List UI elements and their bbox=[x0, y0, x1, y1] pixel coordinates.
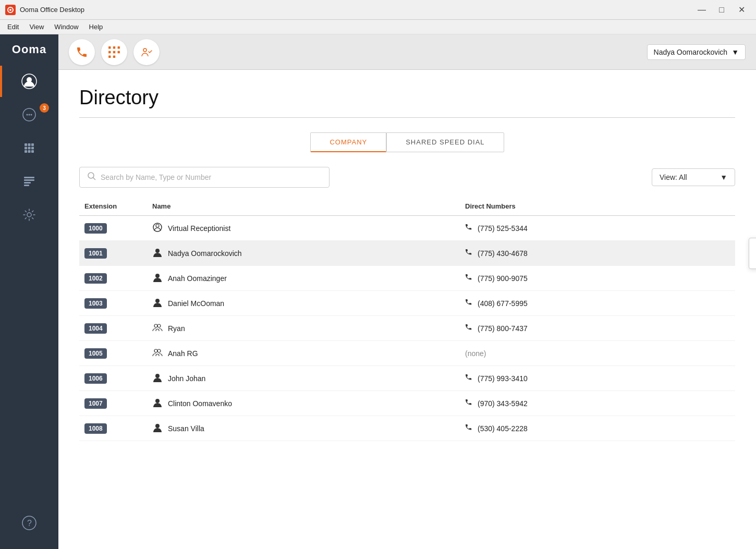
history-icon bbox=[21, 173, 38, 190]
svg-rect-20 bbox=[24, 185, 29, 186]
svg-rect-26 bbox=[118, 46, 120, 48]
svg-rect-12 bbox=[28, 147, 31, 150]
sidebar-item-history[interactable] bbox=[0, 166, 58, 197]
dialpad-toolbar-button[interactable] bbox=[101, 39, 127, 65]
name-cell: Susan Villa bbox=[152, 422, 455, 434]
phone-number: (408) 677-5995 bbox=[478, 299, 528, 308]
name-cell: Anah RG bbox=[152, 347, 455, 359]
extension-badge: 1007 bbox=[84, 398, 107, 409]
contact-name: Susan Villa bbox=[168, 424, 204, 433]
header-extension: Extension bbox=[79, 198, 147, 216]
cell-name: Anah Oomazinger bbox=[147, 266, 460, 291]
view-dropdown-label: View: All bbox=[660, 173, 687, 181]
search-input[interactable] bbox=[101, 173, 322, 181]
sidebar-item-dialpad[interactable] bbox=[0, 132, 58, 164]
svg-point-40 bbox=[157, 324, 161, 327]
contact-name: John Johan bbox=[168, 374, 205, 383]
directory-page: Directory COMPANY SHARED SPEED DIAL bbox=[58, 70, 756, 549]
tab-shared-speed-dial[interactable]: SHARED SPEED DIAL bbox=[386, 132, 504, 152]
svg-point-1 bbox=[9, 9, 11, 11]
svg-point-45 bbox=[155, 424, 160, 428]
phone-icon bbox=[465, 398, 473, 408]
messages-icon bbox=[21, 106, 38, 123]
sidebar: Ooma bbox=[0, 34, 58, 549]
profile-icon bbox=[21, 73, 38, 90]
svg-point-6 bbox=[29, 114, 30, 116]
svg-rect-13 bbox=[31, 147, 34, 150]
name-cell: Virtual Receptionist bbox=[152, 222, 455, 234]
table-row: 1001 Nadya Oomarockovich (775) 430-4678 … bbox=[79, 241, 735, 266]
phone-button[interactable] bbox=[69, 39, 95, 65]
menu-view[interactable]: View bbox=[25, 22, 48, 32]
menu-bar: Edit View Window Help bbox=[0, 20, 756, 34]
phone-cell: (775) 525-5344 bbox=[465, 223, 730, 233]
contact-type-icon bbox=[152, 372, 163, 384]
dialpad-icon bbox=[21, 140, 38, 156]
header-direct-numbers: Direct Numbers bbox=[460, 198, 735, 216]
cell-extension: 1008 bbox=[79, 416, 147, 441]
table-row: 1006 John Johan (775) 993-3410 bbox=[79, 366, 735, 391]
extension-badge: 1008 bbox=[84, 423, 107, 434]
contact-type-icon bbox=[152, 222, 163, 234]
contact-type-icon bbox=[152, 297, 163, 309]
sidebar-item-help[interactable]: ? bbox=[0, 507, 58, 539]
header-name: Name bbox=[147, 198, 460, 216]
svg-point-39 bbox=[154, 324, 157, 327]
app-container: Ooma bbox=[0, 34, 756, 549]
cell-direct-numbers: (none) bbox=[460, 341, 735, 366]
directory-table: Extension Name Direct Numbers 1000 Virtu… bbox=[79, 198, 735, 441]
user-dropdown[interactable]: Nadya Oomarockovich ▼ bbox=[647, 44, 746, 60]
phone-number: (530) 405-2228 bbox=[478, 424, 528, 433]
svg-rect-9 bbox=[28, 143, 31, 146]
call-popup[interactable]: Call bbox=[749, 238, 756, 269]
cell-name: Virtual Receptionist bbox=[147, 216, 460, 241]
cell-extension: 1005 bbox=[79, 341, 147, 366]
cell-direct-numbers: (775) 430-4678 Call bbox=[460, 241, 735, 266]
menu-edit[interactable]: Edit bbox=[3, 22, 23, 32]
svg-point-44 bbox=[155, 399, 160, 403]
minimize-button[interactable]: — bbox=[692, 3, 711, 17]
view-dropdown[interactable]: View: All ▼ bbox=[652, 168, 735, 186]
window-controls: — □ ✕ bbox=[692, 3, 751, 17]
name-cell: Daniel McOoman bbox=[152, 297, 455, 309]
svg-point-37 bbox=[155, 274, 160, 278]
phone-number: (775) 800-7437 bbox=[478, 324, 528, 333]
sidebar-item-settings[interactable] bbox=[0, 199, 58, 230]
contact-type-icon bbox=[152, 272, 163, 284]
cell-name: Anah RG bbox=[147, 341, 460, 366]
cell-extension: 1004 bbox=[79, 316, 147, 341]
svg-rect-19 bbox=[24, 182, 31, 184]
contacts-button[interactable] bbox=[133, 39, 160, 65]
contact-type-icon bbox=[152, 422, 163, 434]
close-button[interactable]: ✕ bbox=[732, 3, 751, 17]
svg-point-43 bbox=[155, 374, 160, 378]
table-row: 1002 Anah Oomazinger (775) 900-9075 bbox=[79, 266, 735, 291]
svg-rect-30 bbox=[108, 55, 111, 57]
extension-badge: 1005 bbox=[84, 348, 107, 359]
cell-direct-numbers: (775) 993-3410 bbox=[460, 366, 735, 391]
search-filter-row: View: All ▼ bbox=[79, 167, 735, 188]
svg-rect-31 bbox=[113, 55, 115, 57]
cell-direct-numbers: (970) 343-5942 bbox=[460, 391, 735, 416]
search-icon bbox=[87, 172, 96, 183]
maximize-button[interactable]: □ bbox=[712, 3, 731, 17]
svg-rect-27 bbox=[108, 51, 111, 53]
cell-name: Ryan bbox=[147, 316, 460, 341]
phone-icon bbox=[465, 373, 473, 383]
sidebar-item-messages[interactable]: 3 bbox=[0, 99, 58, 130]
table-row: 1004 Ryan (775) 800-7437 bbox=[79, 316, 735, 341]
svg-rect-18 bbox=[24, 179, 34, 181]
search-box[interactable] bbox=[79, 167, 330, 188]
sidebar-item-profile[interactable] bbox=[0, 66, 58, 97]
cell-direct-numbers: (775) 525-5344 bbox=[460, 216, 735, 241]
extension-badge: 1003 bbox=[84, 298, 107, 309]
menu-window[interactable]: Window bbox=[50, 22, 82, 32]
menu-help[interactable]: Help bbox=[85, 22, 107, 32]
tab-company[interactable]: COMPANY bbox=[310, 132, 386, 152]
svg-point-7 bbox=[31, 114, 32, 116]
svg-point-38 bbox=[155, 299, 160, 303]
sidebar-nav: 3 bbox=[0, 66, 58, 507]
extension-badge: 1006 bbox=[84, 373, 107, 384]
phone-icon bbox=[465, 223, 473, 233]
view-dropdown-arrow-icon: ▼ bbox=[720, 173, 727, 181]
